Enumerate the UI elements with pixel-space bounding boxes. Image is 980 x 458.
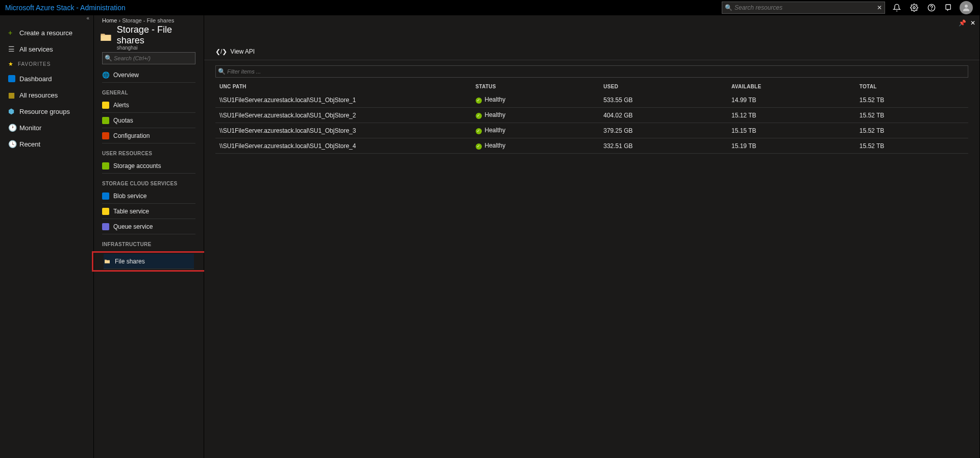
- table-row[interactable]: \\SU1FileServer.azurestack.local\SU1_Obj…: [215, 108, 968, 123]
- blob-icon: [102, 192, 113, 200]
- file-shares-table: UNC PATHSTATUSUSEDAVAILABLETOTAL \\SU1Fi…: [215, 81, 968, 154]
- menu-item-configuration[interactable]: Configuration: [102, 128, 195, 143]
- star-icon: ★: [8, 61, 14, 67]
- menu-item-blob-service[interactable]: Blob service: [102, 188, 195, 204]
- cell-path: \\SU1FileServer.azurestack.local\SU1_Obj…: [215, 92, 472, 108]
- cell-path: \\SU1FileServer.azurestack.local\SU1_Obj…: [215, 138, 472, 154]
- col-unc-path[interactable]: UNC PATH: [215, 81, 472, 92]
- svg-rect-3: [946, 5, 950, 9]
- toolbar: ❮/❯ View API: [204, 43, 979, 60]
- menu-item-table-service[interactable]: Table service: [102, 204, 195, 219]
- menu-item-queue-service[interactable]: Queue service: [102, 219, 195, 234]
- nav-label: All services: [19, 45, 53, 53]
- cube-icon: ⬢: [8, 107, 19, 115]
- nav-resource-groups[interactable]: ⬢Resource groups: [0, 103, 93, 119]
- table-row[interactable]: \\SU1FileServer.azurestack.local\SU1_Obj…: [215, 123, 968, 138]
- search-icon: 🔍: [216, 68, 227, 75]
- feedback-icon[interactable]: [940, 0, 958, 15]
- topbar: Microsoft Azure Stack - Administration 🔍…: [0, 0, 980, 15]
- filter-input[interactable]: [227, 68, 968, 75]
- status-ok-icon: ✓: [476, 128, 482, 134]
- favorites-header: ★ FAVORITES: [0, 57, 93, 70]
- table-icon: [102, 208, 113, 215]
- nav-monitor[interactable]: 🕐Monitor: [0, 119, 93, 136]
- svg-point-2: [932, 9, 932, 10]
- quota-icon: [102, 117, 113, 124]
- status-ok-icon: ✓: [476, 113, 482, 119]
- nav-label: Create a resource: [19, 29, 72, 37]
- notifications-icon[interactable]: [888, 0, 905, 15]
- plus-icon: +: [8, 29, 19, 37]
- settings-icon[interactable]: [905, 0, 923, 15]
- collapse-nav-icon[interactable]: «: [0, 15, 93, 25]
- nav-all-resources[interactable]: ▦All resources: [0, 87, 93, 103]
- svg-point-4: [965, 5, 968, 8]
- menu-item-quotas[interactable]: Quotas: [102, 113, 195, 128]
- table-row[interactable]: \\SU1FileServer.azurestack.local\SU1_Obj…: [215, 138, 968, 154]
- alert-icon: [102, 102, 113, 109]
- close-icon[interactable]: ✕: [970, 19, 975, 27]
- menu-section-header: USER RESOURCES: [94, 143, 204, 158]
- menu-item-file-shares[interactable]: File shares: [104, 254, 194, 269]
- clock-icon: 🕓: [8, 140, 19, 148]
- menu-item-label: File shares: [115, 258, 145, 265]
- left-nav: « + Create a resource ☰ All services ★ F…: [0, 15, 94, 458]
- menu-item-label: Quotas: [113, 117, 133, 124]
- content-area: Home › Storage - File shares Storage - F…: [94, 15, 980, 458]
- pin-icon[interactable]: 📌: [959, 19, 966, 27]
- menu-section-header: INFRASTRUCTURE: [94, 234, 204, 249]
- help-icon[interactable]: [923, 0, 940, 15]
- col-available[interactable]: AVAILABLE: [727, 81, 855, 92]
- cell-available: 15.15 TB: [727, 123, 855, 138]
- global-search[interactable]: 🔍 ✕: [722, 2, 885, 14]
- grid-icon: ▦: [8, 91, 19, 99]
- filter-box[interactable]: 🔍: [215, 65, 968, 78]
- code-icon: ❮/❯: [215, 48, 227, 55]
- status-ok-icon: ✓: [476, 143, 482, 150]
- cell-path: \\SU1FileServer.azurestack.local\SU1_Obj…: [215, 108, 472, 123]
- nav-create-resource[interactable]: + Create a resource: [0, 25, 93, 41]
- highlight-box: File shares: [92, 251, 206, 272]
- global-search-input[interactable]: [734, 4, 874, 11]
- menu-section-header: GENERAL: [94, 83, 204, 98]
- breadcrumb-current: Storage - File shares: [122, 17, 174, 23]
- menu-search[interactable]: 🔍: [102, 52, 195, 64]
- menu-item-label: Storage accounts: [113, 162, 161, 170]
- config-icon: [102, 132, 113, 139]
- cell-used: 404.02 GB: [599, 108, 727, 123]
- col-used[interactable]: USED: [599, 81, 727, 92]
- cell-path: \\SU1FileServer.azurestack.local\SU1_Obj…: [215, 123, 472, 138]
- blade-main: 📌 ✕ ❮/❯ View API 🔍 UNC PATHSTATUSUSEDAVA…: [204, 15, 980, 458]
- blade-subtitle: shanghai: [117, 45, 199, 51]
- cell-status: ✓Healthy: [472, 92, 600, 108]
- col-total[interactable]: TOTAL: [855, 81, 968, 92]
- status-ok-icon: ✓: [476, 98, 482, 104]
- cell-total: 15.52 TB: [855, 92, 968, 108]
- blade-actions: 📌 ✕: [959, 19, 975, 27]
- nav-recent[interactable]: 🕓Recent: [0, 136, 93, 152]
- folder-icon: [99, 31, 113, 43]
- app-title: Microsoft Azure Stack - Administration: [5, 4, 126, 12]
- nav-dashboard[interactable]: Dashboard: [0, 70, 93, 87]
- menu-item-overview[interactable]: 🌐Overview: [102, 67, 195, 83]
- globe-icon: 🌐: [102, 71, 113, 79]
- view-api-button[interactable]: View API: [230, 48, 255, 55]
- table-row[interactable]: \\SU1FileServer.azurestack.local\SU1_Obj…: [215, 92, 968, 108]
- menu-search-input[interactable]: [114, 55, 195, 61]
- svg-point-0: [913, 7, 915, 9]
- menu-item-label: Table service: [113, 208, 149, 215]
- cell-available: 14.99 TB: [727, 92, 855, 108]
- queue-icon: [102, 223, 113, 230]
- blade-header: Storage - File shares shanghai: [94, 26, 204, 49]
- nav-all-services[interactable]: ☰ All services: [0, 41, 93, 57]
- breadcrumb-home[interactable]: Home: [102, 17, 117, 23]
- cell-total: 15.52 TB: [855, 108, 968, 123]
- cell-status: ✓Healthy: [472, 138, 600, 154]
- col-status[interactable]: STATUS: [472, 81, 600, 92]
- menu-item-label: Overview: [113, 71, 139, 79]
- menu-item-storage-accounts[interactable]: Storage accounts: [102, 158, 195, 174]
- menu-item-alerts[interactable]: Alerts: [102, 98, 195, 113]
- clear-search-icon[interactable]: ✕: [874, 4, 885, 11]
- user-avatar[interactable]: [960, 1, 973, 14]
- storage-icon: [102, 162, 113, 170]
